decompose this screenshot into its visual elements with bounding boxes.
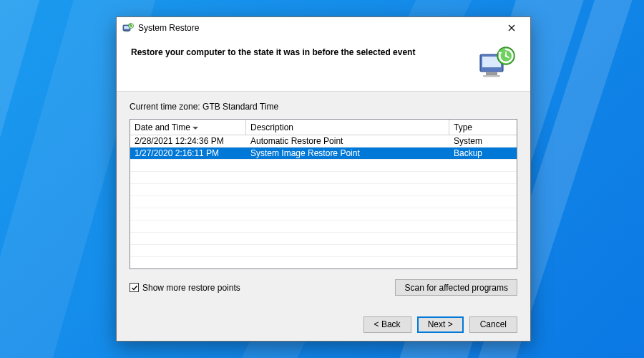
column-type-label: Type	[454, 122, 472, 132]
list-header: Date and Time Description Type	[130, 120, 517, 135]
back-button[interactable]: < Back	[364, 316, 411, 333]
table-row-empty	[130, 221, 517, 233]
timezone-value: GTB Standard Time	[203, 102, 278, 112]
table-row-empty	[130, 172, 517, 184]
scan-affected-button[interactable]: Scan for affected programs	[395, 279, 517, 296]
column-description[interactable]: Description	[246, 120, 449, 135]
timezone-label: Current time zone: GTB Standard Time	[130, 102, 517, 112]
table-row-empty	[130, 257, 517, 268]
timezone-prefix: Current time zone:	[130, 102, 203, 112]
cell-description: Automatic Restore Point	[246, 135, 449, 147]
show-more-label: Show more restore points	[142, 283, 240, 293]
column-type[interactable]: Type	[449, 120, 517, 135]
close-button[interactable]	[497, 18, 526, 38]
cell-description: System Image Restore Point	[246, 147, 449, 159]
svg-rect-6	[486, 72, 497, 75]
svg-rect-7	[483, 75, 500, 77]
checkmark-icon	[131, 284, 138, 291]
svg-rect-2	[125, 31, 129, 32]
cancel-button[interactable]: Cancel	[469, 316, 517, 333]
wizard-header: Restore your computer to the state it wa…	[117, 39, 530, 92]
wizard-content: Current time zone: GTB Standard Time Dat…	[117, 92, 530, 308]
table-row-empty	[130, 196, 517, 208]
next-button[interactable]: Next >	[417, 316, 464, 333]
table-row[interactable]: 1/27/2020 2:16:11 PMSystem Image Restore…	[130, 147, 517, 160]
checkbox-box	[130, 283, 139, 292]
system-restore-dialog: System Restore Restore your computer to …	[116, 16, 531, 342]
cell-date: 2/28/2021 12:24:36 PM	[130, 135, 246, 147]
cell-type: System	[449, 135, 517, 147]
table-row-empty	[130, 160, 517, 172]
restore-hero-icon	[477, 44, 516, 83]
column-date[interactable]: Date and Time	[130, 120, 246, 135]
table-row-empty	[130, 233, 517, 245]
show-more-checkbox[interactable]: Show more restore points	[130, 283, 240, 293]
column-description-label: Description	[250, 122, 293, 132]
list-footer-row: Show more restore points Scan for affect…	[130, 279, 517, 296]
system-restore-icon	[122, 22, 134, 34]
cell-date: 1/27/2020 2:16:11 PM	[130, 147, 246, 159]
table-row[interactable]: 2/28/2021 12:24:36 PMAutomatic Restore P…	[130, 135, 517, 147]
titlebar: System Restore	[117, 17, 530, 39]
table-row-empty	[130, 184, 517, 196]
wizard-footer: < Back Next > Cancel	[117, 308, 530, 341]
list-body: 2/28/2021 12:24:36 PMAutomatic Restore P…	[130, 135, 517, 268]
column-date-label: Date and Time	[135, 122, 190, 132]
restore-points-list: Date and Time Description Type 2/28/2021…	[130, 119, 517, 269]
page-title: Restore your computer to the state it wa…	[131, 44, 415, 57]
cell-type: Backup	[449, 147, 517, 159]
window-title: System Restore	[138, 23, 497, 33]
sort-descending-icon	[192, 127, 198, 130]
table-row-empty	[130, 208, 517, 221]
table-row-empty	[130, 245, 517, 257]
close-icon	[508, 24, 515, 32]
